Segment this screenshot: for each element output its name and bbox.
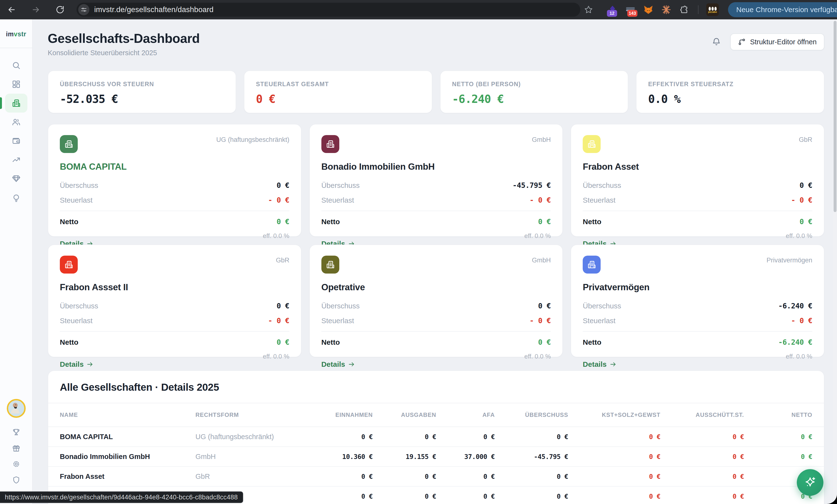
sidebar-item-wallet[interactable]	[5, 131, 28, 150]
table-row[interactable]: Bonadio Immobilien GmbH GmbH 10.360 €19.…	[48, 447, 824, 467]
assistant-fab-button[interactable]	[797, 469, 823, 496]
status-url: https://www.imvstr.de/gesellschaften/9d4…	[5, 493, 238, 501]
company-name: Bonadio Immobilien GmbH	[321, 162, 551, 172]
puzzle-extensions-icon[interactable]	[678, 3, 690, 16]
details-link[interactable]: Details	[321, 360, 551, 368]
reload-icon[interactable]	[54, 4, 66, 16]
column-header: AFA	[436, 412, 495, 418]
ueberschuss-label: Überschuss	[321, 302, 360, 310]
effective-rate: eff. 0.0 %	[60, 353, 289, 360]
scrollbar-thumb[interactable]	[834, 21, 837, 212]
company-card[interactable]: GbR Frabon Asset Überschuss0 € Steuerlas…	[571, 124, 824, 237]
browser-window: imvstr.de/gesellschaften/dashboard 12 14…	[0, 0, 837, 504]
column-header: EINNAHMEN	[312, 412, 373, 418]
column-header: NAME	[60, 412, 195, 418]
card-divider	[60, 211, 289, 211]
company-name: Opetrative	[321, 282, 551, 292]
netto-value: 0 €	[799, 217, 812, 226]
steuerlast-label: Steuerlast	[60, 196, 92, 204]
sidebar-item-companies[interactable]	[5, 94, 28, 112]
company-legal-form: GbR	[799, 136, 812, 144]
row-value: 0 €	[744, 433, 812, 440]
company-card[interactable]: GmbH Opetrative Überschuss0 € Steuerlast…	[309, 245, 563, 357]
row-name: BOMA CAPITAL	[60, 433, 195, 441]
row-value: 0 €	[495, 473, 568, 480]
toolbar-divider	[698, 5, 698, 14]
table-row[interactable]: Frabon Asset GbR 0 €0 €0 €0 €0 €0 €0 €	[48, 467, 824, 487]
pin-extension-icon[interactable]: 12	[606, 3, 619, 16]
site-settings-icon[interactable]	[78, 4, 89, 15]
starburst-extension-icon[interactable]	[660, 3, 672, 16]
sidebar-item-ideas[interactable]	[5, 188, 28, 207]
ueberschuss-label: Überschuss	[583, 181, 621, 190]
forward-icon[interactable]	[30, 4, 42, 16]
tab-counter-extension-icon[interactable]: 143	[624, 3, 637, 16]
main-content: Gesellschafts-Dashboard Konsolidierte St…	[33, 19, 837, 504]
user-avatar[interactable]	[7, 399, 26, 418]
row-value: 0 €	[744, 453, 812, 461]
trophy-icon[interactable]	[8, 424, 24, 440]
row-value: 0 €	[660, 473, 744, 480]
company-name: Privatvermögen	[583, 282, 812, 292]
page-subtitle: Konsolidierte Steuerübersicht 2025	[48, 49, 200, 57]
effective-rate: eff. 0.0 %	[583, 353, 812, 360]
column-header: KST+SOLZ+GEWST	[568, 412, 660, 418]
effective-rate: eff. 0.0 %	[321, 353, 551, 360]
company-name: BOMA CAPITAL	[60, 162, 289, 172]
status-bar-link-tooltip: https://www.imvstr.de/gesellschaften/9d4…	[0, 491, 243, 503]
table-row[interactable]: BOMA CAPITAL UG (haftungsbeschränkt) 0 €…	[48, 427, 824, 447]
steuerlast-label: Steuerlast	[321, 317, 354, 325]
column-header: RECHTSFORM	[195, 412, 312, 418]
steuerlast-label: Steuerlast	[583, 196, 616, 204]
netto-value: 0 €	[277, 217, 289, 226]
sidebar-item-search[interactable]	[5, 56, 28, 75]
ueberschuss-value: 0 €	[277, 302, 289, 310]
company-building-icon	[321, 135, 339, 153]
pizzabo-label: pizzabo	[708, 11, 717, 13]
address-bar[interactable]: imvstr.de/gesellschaften/dashboard	[76, 3, 580, 17]
company-card[interactable]: GbR Frabon Assset II Überschuss0 € Steue…	[48, 245, 302, 357]
pizzabo-extension-icon[interactable]: pizzabo	[706, 3, 719, 16]
row-value: 0 €	[568, 473, 660, 480]
extension-badge: 143	[627, 10, 638, 17]
kpi-value: -6.240 €	[452, 92, 616, 106]
sidebar-item-users[interactable]	[5, 112, 28, 131]
steuerlast-label: Steuerlast	[60, 317, 92, 325]
back-icon[interactable]	[6, 4, 17, 16]
metamask-fox-icon[interactable]	[642, 3, 654, 16]
page-title-block: Gesellschafts-Dashboard Konsolidierte St…	[48, 32, 200, 57]
company-building-icon	[60, 135, 78, 153]
bookmark-star-icon[interactable]	[584, 5, 593, 14]
ueberschuss-value: 0 €	[799, 181, 812, 190]
effective-rate: eff. 0.0 %	[60, 232, 289, 240]
row-value: 0 €	[436, 492, 495, 500]
details-link[interactable]: Details	[583, 360, 812, 368]
sidebar-item-premium[interactable]	[5, 169, 28, 188]
shield-icon[interactable]	[8, 472, 24, 488]
row-name: Frabon Asset	[60, 472, 195, 481]
row-value: 0 €	[373, 433, 436, 440]
company-card[interactable]: UG (haftungsbeschränkt) BOMA CAPITAL Übe…	[48, 124, 302, 237]
details-link[interactable]: Details	[60, 360, 289, 368]
company-card[interactable]: GmbH Bonadio Immobilien GmbH Überschuss-…	[309, 124, 563, 237]
settings-gear-icon[interactable]	[8, 456, 24, 472]
row-value: 0 €	[312, 492, 373, 500]
company-building-icon	[60, 256, 78, 273]
steuerlast-label: Steuerlast	[583, 317, 616, 325]
notifications-bell-icon[interactable]	[712, 37, 721, 47]
app-logo[interactable]: imvstr	[6, 31, 26, 38]
netto-value: 0 €	[538, 217, 551, 226]
structure-editor-button[interactable]: Struktur-Editor öffnen	[730, 33, 824, 50]
scrollbar-track[interactable]	[833, 19, 837, 504]
arrow-right-icon	[348, 361, 355, 368]
company-card[interactable]: Privatvermögen Privatvermögen Überschuss…	[571, 245, 824, 357]
sidebar-item-dashboard[interactable]	[5, 75, 28, 94]
chrome-update-button[interactable]: Neue Chrome-Version verfügbar	[728, 2, 837, 17]
gift-icon[interactable]	[8, 440, 24, 456]
row-rechtsform: UG (haftungsbeschränkt)	[195, 433, 312, 441]
ueberschuss-value: 0 €	[538, 302, 551, 310]
sidebar-item-performance[interactable]	[5, 150, 28, 169]
row-value: 0 €	[312, 433, 373, 440]
row-value: 0 €	[436, 433, 495, 440]
steuerlast-value: - 0 €	[268, 196, 289, 204]
